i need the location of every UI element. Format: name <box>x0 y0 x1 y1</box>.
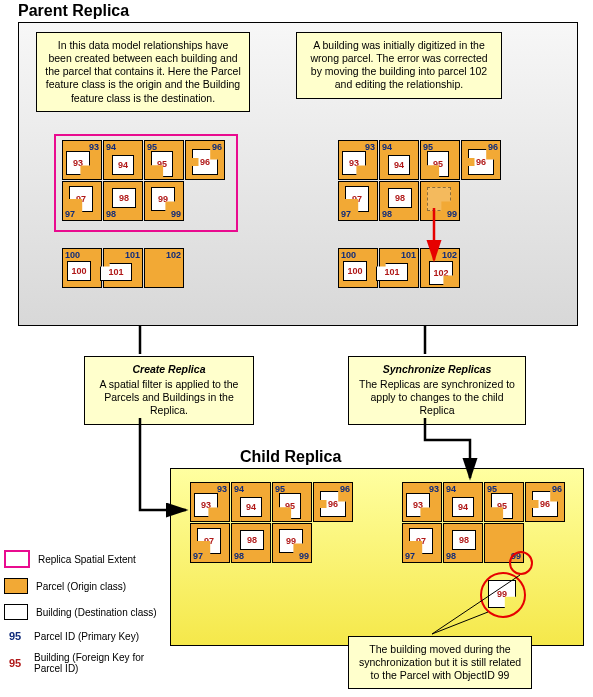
building-99: 99 <box>151 187 175 211</box>
parcel-96-r: 96 96 <box>461 140 501 180</box>
parcel-grid-parent-right-top: 93 93 94 94 95 95 96 96 97 97 98 98 99 <box>338 140 501 221</box>
building-93: 93 <box>66 151 90 175</box>
synchronize-replicas-title: Synchronize Replicas <box>359 363 515 376</box>
parcel-94-r: 94 94 <box>379 140 419 180</box>
legend-row-extent: Replica Spatial Extent <box>4 550 164 568</box>
create-replica-title: Create Replica <box>95 363 243 376</box>
parcel-96-cr: 9696 <box>525 482 565 522</box>
legend-label-extent: Replica Spatial Extent <box>38 554 136 565</box>
note-error-correction: A building was initially digitized in th… <box>296 32 502 99</box>
parcel-100: 100 100 <box>62 248 102 288</box>
parcel-93-cr: 9393 <box>402 482 442 522</box>
parcel-96: 96 96 <box>185 140 225 180</box>
note-synchronize-replicas: Synchronize Replicas The Replicas are sy… <box>348 356 526 425</box>
parcel-97-cr: 9797 <box>402 523 442 563</box>
legend: Replica Spatial Extent Parcel (Origin cl… <box>4 550 164 684</box>
swatch-parcel-icon <box>4 578 28 594</box>
legend-row-pk: 95Parcel ID (Primary Key) <box>4 630 164 642</box>
building-98-cr: 98 <box>452 530 476 550</box>
legend-label-pk: Parcel ID (Primary Key) <box>34 631 139 642</box>
building-94-r: 94 <box>388 155 410 175</box>
parcel-99-r: 99 <box>420 181 460 221</box>
legend-label-parcel: Parcel (Origin class) <box>36 581 126 592</box>
building-96: 96 <box>192 149 218 175</box>
note-create-replica: Create Replica A spatial filter is appli… <box>84 356 254 425</box>
building-100: 100 <box>67 261 91 281</box>
legend-row-parcel: Parcel (Origin class) <box>4 578 164 594</box>
parcel-98: 98 98 <box>103 181 143 221</box>
building-98-c: 98 <box>240 530 264 550</box>
legend-label-fk: Building (Foreign Key for Parcel ID) <box>34 652 164 674</box>
parcel-98-cr: 9898 <box>443 523 483 563</box>
parcel-grid-parent-left-top: 93 93 94 94 95 95 96 96 97 97 98 98 99 9… <box>62 140 225 221</box>
diagram-canvas: Parent Replica In this data model relati… <box>0 0 593 697</box>
building-94-c: 94 <box>240 497 262 517</box>
parcel-95-cr: 9595 <box>484 482 524 522</box>
parcel-95-r: 95 95 <box>420 140 460 180</box>
parcel-98-c: 9898 <box>231 523 271 563</box>
parcel-94: 94 94 <box>103 140 143 180</box>
building-95-c: 95 <box>279 493 301 519</box>
building-96-r: 96 <box>468 149 494 175</box>
parcel-94-cr: 9494 <box>443 482 483 522</box>
parcel-grid-parent-left-bottom: 100 100 101 101 102 <box>62 248 184 288</box>
parcel-95: 95 95 <box>144 140 184 180</box>
building-93-cr: 93 <box>406 493 430 517</box>
parcel-99-c: 9999 <box>272 523 312 563</box>
building-99-ghost <box>427 187 451 211</box>
parcel-grid-child-left: 9393 9494 9595 9696 9797 9898 9999 <box>190 482 353 563</box>
building-96-c: 96 <box>320 491 346 517</box>
building-93-r: 93 <box>342 151 366 175</box>
parcel-grid-parent-right-bottom: 100 100 101 101 102 102 <box>338 248 460 288</box>
building-98-r: 98 <box>388 188 412 208</box>
building-96-cr: 96 <box>532 491 558 517</box>
create-replica-body: A spatial filter is applied to the Parce… <box>100 378 239 416</box>
parcel-99: 99 99 <box>144 181 184 221</box>
parcel-94-c: 9494 <box>231 482 271 522</box>
swatch-extent-icon <box>4 550 30 568</box>
building-100-r: 100 <box>343 261 367 281</box>
building-93-c: 93 <box>194 493 218 517</box>
parcel-95-c: 9595 <box>272 482 312 522</box>
building-94: 94 <box>112 155 134 175</box>
parcel-93-c: 9393 <box>190 482 230 522</box>
parcel-97-r: 97 97 <box>338 181 378 221</box>
parcel-97-c: 9797 <box>190 523 230 563</box>
parent-replica-title: Parent Replica <box>18 2 129 20</box>
building-98: 98 <box>112 188 136 208</box>
legend-label-building: Building (Destination class) <box>36 607 157 618</box>
swatch-building-icon <box>4 604 28 620</box>
parcel-98-r: 98 98 <box>379 181 419 221</box>
parcel-101-r: 101 101 <box>379 248 419 288</box>
parcel-102-r: 102 102 <box>420 248 460 288</box>
parcel-93-r: 93 93 <box>338 140 378 180</box>
legend-row-fk: 95Building (Foreign Key for Parcel ID) <box>4 652 164 674</box>
building-95-cr: 95 <box>491 493 513 519</box>
note-sync-result: The building moved during the synchroniz… <box>348 636 532 689</box>
swatch-fk-icon: 95 <box>4 657 26 669</box>
parcel-grid-child-right: 9393 9494 9595 9696 9797 9898 99 <box>402 482 565 563</box>
synchronize-replicas-body: The Replicas are synchronized to apply t… <box>359 378 515 416</box>
parcel-101: 101 101 <box>103 248 143 288</box>
building-99-c: 99 <box>279 529 303 553</box>
parcel-99-cr: 99 <box>484 523 524 563</box>
building-101: 101 <box>100 263 132 281</box>
parcel-97: 97 97 <box>62 181 102 221</box>
building-101-r: 101 <box>376 263 408 281</box>
child-replica-title: Child Replica <box>240 448 341 466</box>
building-102-moved: 102 <box>429 261 453 285</box>
building-94-cr: 94 <box>452 497 474 517</box>
parcel-100-r: 100 100 <box>338 248 378 288</box>
legend-row-building: Building (Destination class) <box>4 604 164 620</box>
swatch-pk-icon: 95 <box>4 630 26 642</box>
building-95: 95 <box>151 151 173 177</box>
parcel-93: 93 93 <box>62 140 102 180</box>
building-95-r: 95 <box>427 151 449 177</box>
note-data-model: In this data model relationships have be… <box>36 32 250 112</box>
parcel-102: 102 <box>144 248 184 288</box>
parcel-96-c: 9696 <box>313 482 353 522</box>
